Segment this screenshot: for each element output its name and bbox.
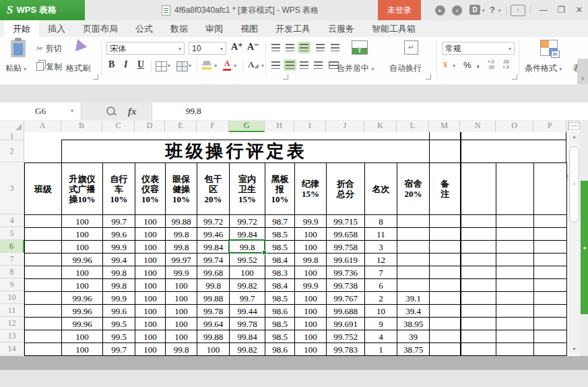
column-header-O[interactable]: O <box>496 121 533 132</box>
table-cell[interactable]: 99.5 <box>102 317 135 330</box>
table-cell[interactable]: 99.9 <box>102 291 135 304</box>
table-cell[interactable]: 100 <box>294 227 326 240</box>
table-cell[interactable]: 98.5 <box>265 240 294 253</box>
table-cell[interactable]: 99.7 <box>102 343 135 356</box>
borders-icon[interactable] <box>156 61 167 71</box>
table-cell[interactable]: 99.96 <box>61 253 102 266</box>
table-cell[interactable] <box>429 240 460 253</box>
table-cell[interactable]: 38.95 <box>397 317 429 330</box>
table-cell[interactable]: 99.96 <box>61 291 102 304</box>
table-cell[interactable]: 99.88 <box>197 291 229 304</box>
underline-button[interactable]: U <box>137 59 144 70</box>
table-cell[interactable]: 99.78 <box>197 304 229 317</box>
table-header-cell[interactable]: 自行 车 10% <box>102 162 135 214</box>
row-header-11[interactable]: 11 <box>0 304 24 317</box>
table-header-cell[interactable] <box>533 162 567 214</box>
table-cell[interactable]: 100 <box>61 266 102 278</box>
table-header-cell[interactable]: 仪表 仪容 10% <box>135 162 165 214</box>
table-header-cell[interactable]: 眼保 健操 10% <box>165 162 197 214</box>
table-cell[interactable]: 100 <box>135 278 165 291</box>
align-bottom-button[interactable] <box>298 42 311 53</box>
table-cell[interactable]: 99.767 <box>326 291 364 304</box>
table-cell[interactable] <box>533 227 567 240</box>
table-cell[interactable]: 99.8 <box>165 227 197 240</box>
bold-button[interactable]: B <box>108 59 115 70</box>
table-cell[interactable]: 12 <box>364 253 397 266</box>
table-cell[interactable] <box>496 278 533 291</box>
table-cell[interactable]: 100 <box>294 304 326 317</box>
table-header-cell[interactable] <box>460 162 496 214</box>
clear-format-icon[interactable]: A◢ <box>248 59 259 70</box>
font-color-icon[interactable]: A <box>223 59 231 71</box>
table-cell[interactable] <box>24 227 61 240</box>
currency-icon[interactable]: ¥ <box>443 59 448 70</box>
table-cell[interactable]: 99.688 <box>326 304 364 317</box>
table-cell[interactable]: 99.6 <box>102 227 135 240</box>
name-box-dropdown-icon[interactable]: ▾ <box>71 102 73 120</box>
table-cell[interactable]: 99.44 <box>229 304 265 317</box>
table-cell[interactable]: 99.9 <box>165 266 197 278</box>
row-header-2[interactable]: 2 <box>0 140 24 162</box>
menu-tab-2[interactable]: 页面布局 <box>74 20 127 37</box>
font-color-dropdown-icon[interactable]: ▾ <box>234 63 236 69</box>
table-cell[interactable]: 99.84 <box>229 330 265 343</box>
table-cell[interactable] <box>533 343 567 356</box>
table-cell[interactable] <box>397 253 429 266</box>
table-cell[interactable]: 99.96 <box>61 304 102 317</box>
align-center-button[interactable] <box>284 59 296 71</box>
shrink-font-button[interactable]: A⁻ <box>247 41 259 53</box>
currency-dropdown-icon[interactable]: ▾ <box>453 63 455 69</box>
column-header-D[interactable]: D <box>135 121 165 132</box>
table-cell[interactable]: 39.1 <box>397 291 429 304</box>
table-cell[interactable] <box>460 304 496 317</box>
table-cell[interactable]: 99.82 <box>229 278 265 291</box>
login-button[interactable]: 未登录 <box>378 0 421 20</box>
table-cell[interactable] <box>460 291 496 304</box>
menu-tab-4[interactable]: 数据 <box>162 20 197 37</box>
table-cell[interactable]: 99.78 <box>229 317 265 330</box>
table-cell[interactable]: 98.5 <box>265 317 294 330</box>
table-cell[interactable] <box>496 253 533 266</box>
table-cell[interactable]: 99.9 <box>294 278 326 291</box>
fx-icon[interactable]: fx <box>128 106 137 117</box>
table-cell[interactable] <box>460 317 496 330</box>
table-cell[interactable]: 100 <box>165 330 197 343</box>
table-cell[interactable]: 100 <box>165 317 197 330</box>
table-cell[interactable]: 99.74 <box>197 253 229 266</box>
table-cell[interactable]: 99.72 <box>197 214 229 227</box>
close-button[interactable]: ✕ <box>570 0 588 20</box>
table-cell[interactable]: 100 <box>165 291 197 304</box>
table-cell[interactable] <box>460 330 496 343</box>
table-cell[interactable]: 100 <box>294 343 326 356</box>
table-cell[interactable] <box>429 253 460 266</box>
help-icon[interactable]: ? <box>490 0 495 20</box>
table-cell[interactable]: 99.96 <box>61 317 102 330</box>
table-cell[interactable]: 100 <box>135 253 165 266</box>
table-cell[interactable] <box>24 266 61 278</box>
table-header-cell[interactable]: 黑板 报 10% <box>265 162 294 214</box>
clipboard-dialog-launcher[interactable] <box>93 74 98 80</box>
table-cell[interactable] <box>496 343 533 356</box>
table-cell[interactable]: 99.619 <box>326 253 364 266</box>
row-header-5[interactable]: 5 <box>0 227 24 240</box>
table-cell[interactable]: 100 <box>135 240 165 253</box>
row-header-1[interactable]: 1 <box>0 132 24 140</box>
table-cell[interactable]: 3 <box>364 240 397 253</box>
table-cell[interactable]: 99.738 <box>326 278 364 291</box>
table-cell[interactable]: 98.4 <box>265 278 294 291</box>
table-cell[interactable] <box>460 278 496 291</box>
align-left-button[interactable] <box>269 59 282 71</box>
table-cell[interactable] <box>496 304 533 317</box>
table-cell[interactable]: 99.46 <box>197 227 229 240</box>
table-cell[interactable] <box>429 304 460 317</box>
row-header-4[interactable]: 4 <box>0 214 24 227</box>
table-cell[interactable]: 99.715 <box>326 214 364 227</box>
table-cell[interactable]: 100 <box>294 240 326 253</box>
table-cell[interactable]: 99.8 <box>197 278 229 291</box>
table-cell[interactable] <box>24 330 61 343</box>
clear-format-dropdown-icon[interactable]: ▾ <box>261 63 264 69</box>
table-cell[interactable] <box>429 317 460 330</box>
table-cell[interactable] <box>429 266 460 278</box>
table-cell[interactable]: 100 <box>61 343 102 356</box>
table-cell[interactable] <box>533 278 567 291</box>
